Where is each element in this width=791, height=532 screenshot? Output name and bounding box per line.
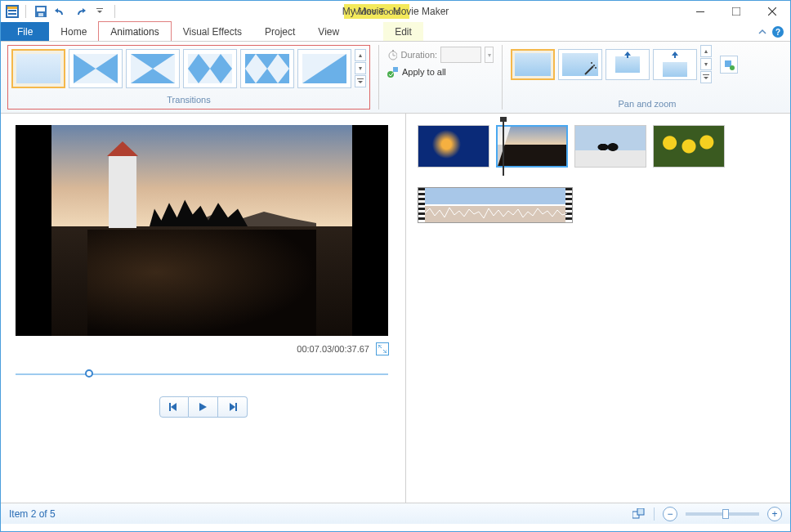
panzoom-in-center[interactable] [606, 49, 650, 80]
chevron-down-icon [357, 78, 364, 85]
clip-2[interactable] [496, 125, 568, 168]
panzoom-apply-all[interactable] [720, 56, 738, 74]
help-button[interactable]: ? [772, 26, 784, 38]
tab-animations[interactable]: Animations [98, 21, 171, 41]
minimize-icon [696, 7, 704, 16]
svg-rect-6 [37, 7, 45, 11]
window-title: My Movie - Movie Maker [342, 6, 449, 17]
titlebar: Video Tools My Movie - Movie Maker [1, 1, 790, 22]
transition-diamond[interactable] [183, 49, 237, 88]
zoom-slider[interactable] [686, 512, 759, 516]
pan-zoom-group: ▴ ▾ Pan and zoom [511, 45, 784, 110]
panzoom-none[interactable] [511, 49, 555, 80]
apply-to-all-button[interactable]: Apply to all [387, 65, 494, 79]
transition-wipe[interactable] [297, 49, 351, 88]
separator [654, 507, 655, 521]
clip-4[interactable] [653, 125, 725, 168]
tab-visual-effects[interactable]: Visual Effects [172, 22, 253, 41]
tab-project[interactable]: Project [253, 22, 306, 41]
play-icon [198, 402, 208, 412]
play-button[interactable] [189, 396, 218, 418]
redo-button[interactable] [72, 3, 88, 20]
panzoom-expand[interactable] [700, 71, 712, 83]
maximize-button[interactable] [718, 1, 754, 22]
svg-rect-22 [393, 67, 398, 72]
preview-monitor[interactable] [16, 125, 388, 336]
storyboard-pane[interactable] [406, 114, 790, 503]
transition-icon [302, 54, 346, 83]
transition-none[interactable] [11, 49, 65, 88]
svg-text:?: ? [775, 28, 780, 37]
tab-view[interactable]: View [306, 22, 351, 41]
step-back-icon [168, 402, 180, 412]
qat-dropdown[interactable] [92, 3, 108, 20]
collapse-ribbon-button[interactable] [757, 27, 767, 37]
transition-icon [188, 54, 232, 83]
ribbon-separator [378, 45, 379, 110]
wand-icon [583, 61, 598, 76]
duration-input[interactable] [440, 47, 481, 63]
tab-home[interactable]: Home [49, 22, 98, 41]
transition-diagonal-box[interactable] [126, 49, 180, 88]
tab-file[interactable]: File [1, 22, 49, 41]
svg-rect-10 [732, 7, 740, 16]
zoom-out-button[interactable]: − [663, 507, 677, 521]
film-sprocket [418, 188, 425, 222]
clip-1[interactable] [418, 125, 489, 168]
app-icon [6, 5, 19, 18]
separator [114, 5, 115, 18]
panzoom-auto[interactable] [558, 49, 602, 80]
seek-slider[interactable] [16, 367, 388, 382]
undo-button[interactable] [52, 3, 69, 20]
seek-handle[interactable] [85, 369, 93, 378]
window-controls [682, 1, 790, 22]
transition-crossfade[interactable] [69, 49, 123, 88]
zoom-handle[interactable] [722, 509, 729, 519]
panzoom-in-bottom[interactable] [653, 49, 697, 80]
arrow-up-icon [671, 51, 679, 58]
save-button[interactable] [33, 3, 49, 20]
svg-rect-3 [8, 10, 16, 11]
separator [25, 5, 26, 18]
undo-icon [54, 6, 67, 17]
minimize-button[interactable] [682, 1, 718, 22]
audio-track [418, 187, 779, 223]
transitions-group: ▴ ▾ Transitions [7, 45, 370, 110]
svg-rect-8 [96, 8, 103, 9]
status-item-text: Item 2 of 5 [9, 508, 56, 520]
duration-label: Duration: [400, 50, 437, 60]
panzoom-scroll-down[interactable]: ▾ [700, 58, 712, 70]
view-toggle-button[interactable] [632, 508, 646, 520]
transition-icon [131, 54, 175, 83]
fullscreen-button[interactable] [376, 342, 389, 355]
svg-rect-32 [637, 508, 644, 515]
preview-pane: 00:07.03/00:37.67 [1, 114, 406, 503]
expand-icon [378, 345, 387, 353]
prev-frame-button[interactable] [159, 396, 189, 418]
statusbar: Item 2 of 5 − + [1, 503, 790, 524]
transitions-group-label: Transitions [11, 95, 366, 105]
svg-point-25 [595, 67, 597, 69]
panzoom-group-label: Pan and zoom [511, 99, 784, 110]
maximize-icon [732, 7, 740, 16]
svg-rect-2 [7, 7, 17, 9]
zoom-in-button[interactable]: + [767, 507, 782, 521]
waveform-icon [425, 206, 567, 221]
gallery-expand[interactable] [355, 75, 366, 87]
tab-edit[interactable]: Edit [383, 22, 423, 41]
svg-rect-26 [703, 74, 709, 75]
panzoom-scroll-up[interactable]: ▴ [700, 45, 712, 57]
transition-icon [74, 54, 118, 83]
playhead[interactable] [503, 120, 504, 176]
gallery-scroll-up[interactable]: ▴ [355, 49, 366, 61]
content-area: 00:07.03/00:37.67 [1, 114, 790, 503]
next-frame-button[interactable] [218, 396, 248, 418]
svg-rect-9 [696, 11, 704, 12]
clip-3[interactable] [574, 125, 646, 168]
audio-clip[interactable] [418, 187, 573, 223]
gallery-scroll-down[interactable]: ▾ [355, 62, 366, 74]
duration-dropdown[interactable]: ▾ [485, 47, 494, 63]
close-button[interactable] [754, 1, 790, 22]
transition-cross[interactable] [240, 49, 294, 88]
seek-track [16, 373, 388, 375]
